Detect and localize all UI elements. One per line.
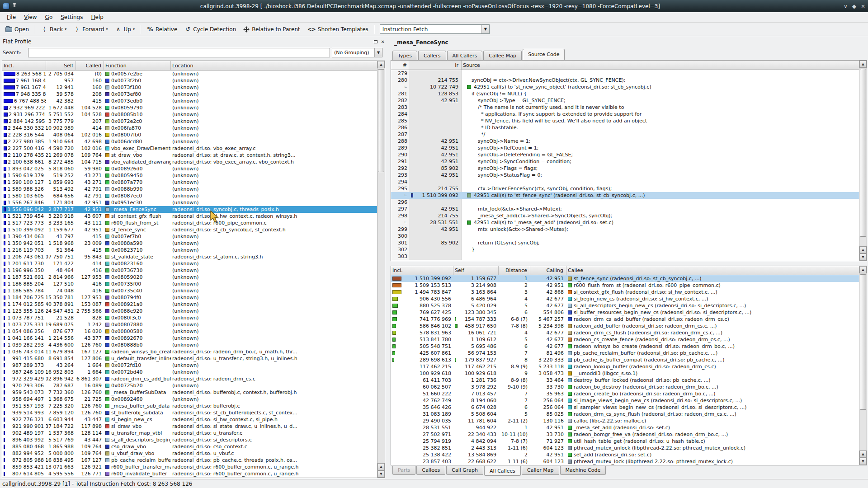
tab-call-graph[interactable]: Call Graph (446, 466, 483, 475)
source-line[interactable]: 300 (391, 233, 867, 239)
scrollbar-thumb[interactable] (860, 274, 866, 410)
column-header-callee[interactable]: Callee (566, 266, 867, 275)
relative-button[interactable]: %Relative (143, 24, 181, 34)
column-header-source[interactable]: Source (462, 61, 867, 70)
relative-to-parent-button[interactable]: Relative to Parent (240, 24, 303, 34)
column-header-distance[interactable]: Distance (499, 266, 530, 275)
tab-source-code[interactable]: Source Code (523, 49, 565, 60)
flat-profile-row[interactable]: 1 350 942 0511 518 96823 0090x0088a590(u… (2, 240, 385, 247)
callee-row[interactable]: 51 660 2227 013 457735 963radeon_create_… (391, 390, 867, 397)
open-button[interactable]: Open (2, 24, 33, 34)
callee-row[interactable]: 23 857 40322 668 6221-11 (6)604 123pthre… (391, 458, 867, 465)
callee-row[interactable]: 880 525 3785 420 029542 677si_all_descri… (391, 302, 867, 309)
flat-profile-row[interactable]: 6 767 488 58942 3824150x0073edb0(unknown… (2, 98, 385, 104)
flat-profile-row[interactable]: 2 932 969 2221 672 448104 5280x08059790(… (2, 104, 385, 111)
menu-help[interactable]: Help (87, 13, 107, 21)
column-header-function[interactable]: Function (104, 61, 171, 70)
callee-row[interactable]: 29 490 03511 781 6042-11 (2)130 116callo… (391, 418, 867, 424)
event-type-combo[interactable]: Instruction Fetch▼ (380, 24, 490, 34)
column-header-incl[interactable]: Incl. (391, 266, 453, 275)
back-button[interactable]: ⟨Back▾ (38, 24, 70, 34)
callee-row[interactable]: 513 841 7801 109 612542 677radeon_cs_cre… (391, 336, 867, 343)
tab-types[interactable]: Types (392, 51, 417, 60)
scroll-down-icon[interactable]: ▼ (859, 458, 867, 465)
callee-row[interactable]: 769 627 425123 380 3456554 806si_buffer_… (391, 309, 867, 316)
flat-profile-row[interactable]: 2 100 638 6618 272 485104 715vbo_validat… (2, 159, 385, 165)
callee-row[interactable]: 425 607 86156 974 153781 496pb_cache_rec… (391, 350, 867, 357)
scroll-down-icon[interactable]: ▼ (377, 470, 385, 478)
source-call-line[interactable]: ∟28 531 55142951 call(s) to '_mesa_set_a… (391, 219, 867, 226)
flat-profile-row[interactable]: 1 556 096 0422 877 71742 951_mesa_FenceS… (2, 206, 385, 213)
flat-profile-row[interactable]: 951 557 1937 225 320126 760_mesa_buffer_… (2, 403, 385, 409)
source-line[interactable]: 294 (391, 178, 867, 185)
callee-row[interactable]: 42 762 7498 194 0607256 064si_image_view… (391, 397, 867, 404)
flat-profile-row[interactable]: 1 517 723 7733 233 16543 111r600_flush_f… (2, 220, 385, 226)
scroll-up-icon[interactable]: ▲ (859, 246, 867, 253)
flat-profile-row[interactable]: 7 961 168 4179571600x0073f2b0(unknown) (2, 77, 385, 84)
forward-button[interactable]: ⟩Forward▾ (70, 24, 111, 34)
flat-profile-row[interactable]: 958 694 4971 368 67521 7250x00892460(unk… (2, 396, 385, 403)
flat-profile-row[interactable]: 882 994 9525 000 800109 764u_vbuf_draw_v… (2, 450, 385, 457)
callee-row[interactable]: 586 846 102458 917 6507-8 (8)5 234 398ra… (391, 323, 867, 329)
flat-profile-row[interactable]: 1 187 521 6912 814 966127 9530x08059020(… (2, 274, 385, 281)
flat-profile-row[interactable]: 970 293 306787 68716 0890x00725b20(unkno… (2, 382, 385, 389)
flat-profile-row[interactable]: 1 201 611 730171 4224140x00823160(unknow… (2, 260, 385, 267)
flat-profile-row[interactable]: 2 227 980 3851 910 66442 6980x006dcd80(u… (2, 138, 385, 145)
title-bar[interactable]: callgrind.out.3998-29 [ ./bioshock.i386 … (0, 0, 868, 12)
flat-profile-row[interactable]: 885 080 4681 865 988109 764cso_draw_vbor… (2, 443, 385, 450)
tab-all-callees[interactable]: All Callees (484, 466, 521, 476)
scrollbar-thumb[interactable] (860, 69, 866, 237)
source-line[interactable]: 287*/ (391, 131, 867, 138)
source-line[interactable]: 295214 755ctx->Driver.FenceSync(ctx, syn… (391, 185, 867, 192)
source-line[interactable]: 28842 951syncObj->Name = 1; (391, 138, 867, 145)
dock-float-icon[interactable] (374, 39, 377, 44)
source-line[interactable]: 284* applications. If sync support is ex… (391, 111, 867, 117)
callee-row[interactable]: 25 382 8512 443 3131-11 (6)604 123pthrea… (391, 445, 867, 451)
callee-row[interactable]: 578 831 96316 061 721442 677radeon_drm_c… (391, 329, 867, 336)
callee-row[interactable]: 1 510 399 0921 159 677142 951st_fence_sy… (391, 275, 867, 282)
flat-profile-row[interactable]: 987 246 10916 952 8031 6640x0072bd40(unk… (2, 369, 385, 375)
flat-profile-row[interactable]: 1 036 743 01411 679 894167 127radeon_win… (2, 348, 385, 355)
up-button[interactable]: ∧Up▾ (112, 24, 138, 34)
tab-callers[interactable]: Callers (418, 51, 446, 60)
flat-profile-row[interactable]: 1 041 166 1411 214 55643 3770x00892670(u… (2, 335, 385, 342)
flat-profile-row[interactable]: 1 590 619 379519 25243 2710x08059450(unk… (2, 172, 385, 179)
flat-profile-row[interactable]: 959 543 0737 732 360126 760_mesa_BufferS… (2, 389, 385, 396)
shorten-templates-button[interactable]: <>Shorten Templates (304, 24, 372, 34)
horizontal-splitter[interactable] (390, 261, 868, 266)
close-button[interactable]: × (861, 3, 865, 9)
scroll-up-icon[interactable]: ▲ (377, 61, 385, 68)
callee-row[interactable]: 505 548 7515 695 486642 677radeon_winsys… (391, 343, 867, 350)
menu-file[interactable]: File (3, 13, 20, 21)
source-line[interactable]: 29742 951mtx_lock(&ctx->Shared->Mutex); (391, 206, 867, 212)
flat-profile-row[interactable]: 1 556 267 846171 80442 9510x0951ec30(unk… (2, 199, 385, 206)
flat-profile-row[interactable]: 1 589 988 326513 49242 7910x0088b990(unk… (2, 186, 385, 192)
maximize-button[interactable]: ◆ (852, 3, 856, 9)
callee-row[interactable]: 25 794 9194 842 0947-8 (7)71 927util_has… (391, 438, 867, 445)
column-header-called[interactable]: Called (76, 61, 104, 70)
flat-profile-row[interactable]: 991 415 6808 691 854127 806u_default_tra… (2, 355, 385, 362)
flat-profile-row[interactable]: 1 054 086 256876 67716 0200x00800580(unk… (2, 328, 385, 335)
flat-profile-row[interactable]: 1 123 355 12624 547 4312 755 5660x0088e9… (2, 308, 385, 314)
flat-profile-row[interactable]: 987 289 37343 2641 6640x0072fd10(unknown… (2, 362, 385, 369)
scroll-down-icon[interactable]: ▼ (859, 253, 867, 261)
source-line[interactable]: 302} (391, 246, 867, 253)
cycle-detection-button[interactable]: ↺Cycle Detection (181, 24, 240, 34)
column-header-self[interactable]: Self (46, 61, 76, 70)
flat-profile-row[interactable]: 872 805 988116 838 495167 127pb_cache_re… (2, 457, 385, 464)
source-line[interactable]: 281128 853if (syncObj != NULL) { (391, 90, 867, 97)
source-line[interactable]: 296 (391, 199, 867, 206)
flat-profile-row[interactable]: 1 184 706 72515 350 781127 9530x080794f0… (2, 294, 385, 301)
source-line[interactable]: 286* ID hashtable. (391, 124, 867, 131)
callee-row[interactable]: 31 083 1895 508 604585 025radeon_drm_cs_… (391, 411, 867, 418)
callee-row[interactable]: 35 646 4266 674 0286256 064si_sampler_vi… (391, 404, 867, 411)
callee-row[interactable]: 100 929 618100 929 61893 058 473__umoddi… (391, 370, 867, 377)
column-header-incl[interactable]: Incl. (2, 61, 46, 70)
flat-profile-row[interactable]: 1 510 399 0921 159 67742 951st_fence_syn… (2, 226, 385, 233)
flat-profile-row[interactable]: 1 206 743 061207 750 75195 843st_validat… (2, 253, 385, 260)
minimize-button[interactable]: ∨ (844, 3, 848, 9)
search-input[interactable] (28, 48, 330, 57)
tab-machine-code[interactable]: Machine Code (560, 466, 606, 475)
source-line[interactable]: 29142 951syncObj->SyncCondition = condit… (391, 158, 867, 165)
flat-profile-row[interactable]: 2 227 500 4164 590 720102 016vbo_exec_Dr… (2, 145, 385, 152)
